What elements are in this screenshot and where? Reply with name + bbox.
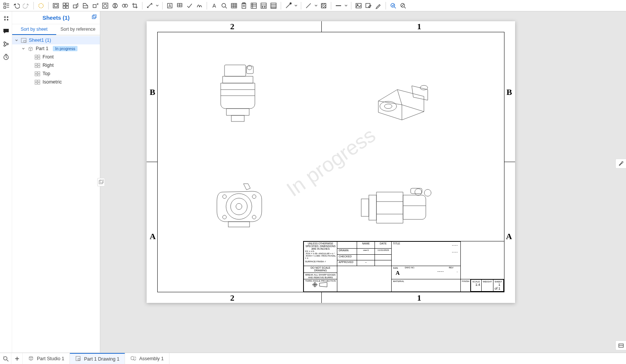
zone-row-label: B (150, 88, 155, 96)
feature-tree-icon[interactable] (2, 2, 11, 10)
svg-rect-81 (93, 15, 96, 18)
svg-rect-6 (53, 3, 58, 8)
tb-drawn-name: user1 (357, 249, 375, 254)
dimension-icon[interactable] (145, 2, 154, 10)
svg-rect-86 (35, 57, 37, 59)
tools-flyout[interactable] (615, 159, 626, 169)
svg-line-67 (402, 4, 404, 6)
dropdown-caret[interactable] (155, 2, 159, 10)
tb-hdr-date: DATE (375, 242, 392, 249)
popout-icon[interactable] (92, 14, 97, 21)
marker-icon[interactable] (374, 2, 383, 10)
tree-view-right[interactable]: Right (12, 61, 100, 69)
surface-finish-icon[interactable] (195, 2, 204, 10)
line-style-icon[interactable] (334, 2, 343, 10)
insert-view-icon[interactable] (52, 2, 60, 10)
dropdown-caret[interactable] (314, 2, 318, 10)
note-icon[interactable]: A (166, 2, 174, 10)
svg-point-52 (290, 3, 291, 4)
view-icon (34, 54, 40, 60)
four-view-icon[interactable] (62, 2, 70, 10)
versions-icon[interactable] (2, 39, 11, 49)
tree-view-isometric[interactable]: Isometric (12, 78, 100, 86)
inspection-on-icon[interactable] (389, 2, 397, 10)
paste-icon[interactable] (240, 2, 248, 10)
svg-rect-84 (35, 55, 37, 57)
svg-rect-85 (38, 55, 40, 57)
hole-table-icon[interactable] (259, 2, 268, 10)
undo-icon[interactable] (12, 2, 21, 10)
search-tabs-button[interactable] (0, 353, 11, 364)
rev-table-icon[interactable] (269, 2, 278, 10)
check-icon[interactable] (185, 2, 194, 10)
svg-point-112 (231, 198, 247, 215)
main-area: Sheets (1) Sort by sheet Sort by referen… (0, 11, 626, 353)
tb-drawn-date: 11/21/2023 (375, 249, 392, 254)
tab-part-studio-1[interactable]: Part Studio 1 (23, 353, 70, 364)
svg-rect-98 (35, 82, 37, 84)
tree-view-top[interactable]: Top (12, 69, 100, 78)
crop-view-icon[interactable] (131, 2, 139, 10)
section-view-icon[interactable] (81, 2, 90, 10)
panel-flyout[interactable] (615, 340, 626, 350)
add-feature-icon[interactable] (2, 14, 11, 23)
bottom-tab-bar: Part Studio 1Part 1 Drawing 1Assembly 1 (0, 353, 626, 364)
svg-rect-119 (361, 199, 369, 216)
aux-view-icon[interactable] (91, 2, 100, 10)
line-icon[interactable] (304, 2, 313, 10)
svg-rect-97 (38, 80, 40, 82)
drawing-view-front[interactable] (213, 63, 262, 124)
search-zoom-icon[interactable] (220, 2, 228, 10)
drawing-view-top[interactable] (213, 181, 266, 230)
break-view-icon[interactable] (111, 2, 119, 10)
drawing-canvas[interactable]: 2 1 2 1 B A B A In progress (100, 11, 626, 353)
bom-icon[interactable] (250, 2, 258, 10)
broken-out-icon[interactable] (121, 2, 129, 10)
inspection-off-icon[interactable] (399, 2, 407, 10)
tree-view-label: Front (43, 54, 54, 60)
tree-sheet[interactable]: Sheet1 (1) (12, 36, 100, 44)
tree-part[interactable]: Part 1In progress (12, 44, 100, 53)
tab-sort-by-sheet[interactable]: Sort by sheet (12, 24, 56, 35)
drawing-view-right[interactable] (361, 184, 437, 230)
svg-point-46 (264, 6, 266, 7)
title-block[interactable]: UNLESS OTHERWISE SPECIFIED, DIMENSIONS A… (303, 241, 504, 292)
svg-rect-35 (242, 3, 246, 8)
image-icon[interactable] (354, 2, 363, 10)
panel-collapse-handle[interactable] (97, 178, 105, 186)
svg-point-109 (384, 104, 392, 109)
detail-view-icon[interactable] (101, 2, 109, 10)
history-timer-icon[interactable] (2, 52, 11, 61)
hatch-icon[interactable] (319, 2, 328, 10)
svg-point-111 (226, 194, 252, 219)
svg-rect-14 (93, 5, 96, 8)
tree-view-label: Right (43, 63, 54, 68)
tree-view-front[interactable]: Front (12, 53, 100, 61)
zone-col-label: 1 (417, 22, 421, 31)
sketch-icon[interactable] (37, 2, 45, 10)
svg-text:A: A (169, 4, 171, 8)
table-icon[interactable] (230, 2, 238, 10)
add-tab-button[interactable] (11, 353, 23, 364)
svg-line-66 (404, 7, 406, 8)
dropdown-caret[interactable] (294, 2, 298, 10)
drawing-sheet[interactable]: 2 1 2 1 B A B A In progress (147, 21, 515, 303)
callout-icon[interactable] (175, 2, 184, 10)
zone-row-label: A (506, 232, 512, 241)
drawing-view-isometric[interactable] (367, 67, 439, 124)
zone-row-label: B (506, 88, 512, 96)
projected-view-icon[interactable] (71, 2, 80, 10)
redo-icon[interactable] (22, 2, 30, 10)
tab-part-1-drawing-1[interactable]: Part 1 Drawing 1 (70, 353, 125, 364)
svg-rect-39 (251, 3, 256, 8)
line-color-icon[interactable] (284, 2, 292, 10)
tb-hdr-approved: APPROVED (337, 260, 357, 266)
text-icon[interactable]: A (210, 2, 218, 10)
comments-icon[interactable] (2, 27, 11, 36)
svg-rect-93 (38, 71, 40, 73)
image-edit-icon[interactable] (364, 2, 373, 10)
dropdown-caret[interactable] (344, 2, 348, 10)
tab-sort-by-reference[interactable]: Sort by reference (56, 24, 100, 35)
tab-assembly-1[interactable]: Assembly 1 (125, 353, 169, 364)
svg-rect-92 (35, 71, 37, 73)
